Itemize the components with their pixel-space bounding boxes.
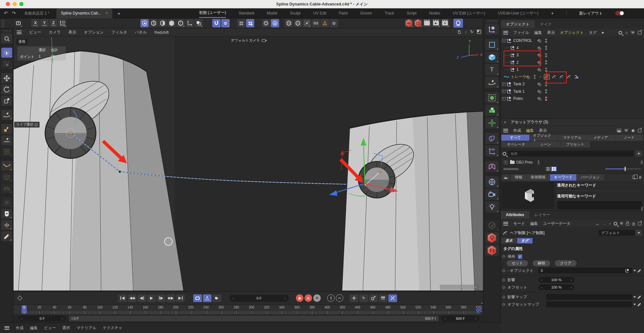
visibility-dots-off[interactable] [545,97,547,101]
sketch-tool[interactable] [1,124,12,134]
ab-filter-icon[interactable] [624,129,628,132]
cable-point[interactable] [119,171,121,173]
range-start-field[interactable]: ‹0 F› [18,316,66,321]
material-icon[interactable] [485,220,499,231]
material-menu-edit[interactable]: 編集 [30,325,38,331]
grid-lock-icon[interactable] [246,19,254,27]
hair-constraint-tag[interactable] [566,74,572,80]
light-object-icon[interactable] [485,201,499,213]
key-diamond-icon[interactable] [502,286,506,289]
expand-chevron[interactable]: › [507,269,508,272]
render-clapper-settings-icon[interactable]: ⚙ [441,19,449,27]
filter-eye-icon[interactable] [312,19,320,27]
goto-end-button[interactable] [176,294,185,302]
ab-menu-view[interactable]: 表示 [539,128,547,133]
subtab-basic[interactable]: 基本 [501,238,516,243]
key-diamond-icon[interactable] [502,278,506,281]
offset-stepper[interactable]: ‹100 %› [538,284,574,290]
eyedropper-icon[interactable] [637,302,641,307]
new-layout-button[interactable]: 新レイアウト [579,8,603,18]
expand-icon[interactable]: + [504,161,507,164]
material-menu-texture[interactable]: テクスチャ [103,325,122,331]
filter-tab-nodes[interactable]: ノード [615,135,643,141]
om-search-icon[interactable] [619,31,622,34]
keyframe-diamond-icon[interactable] [17,296,23,301]
current-frame-field[interactable]: ‹0 F› [229,295,289,302]
viewport-solo-icon[interactable] [285,19,293,27]
ring-gear-icon[interactable]: ⚙ [271,19,279,27]
key-diamond-icon[interactable] [502,303,506,306]
pen-spline-icon[interactable] [485,77,499,88]
autokey-frames-button[interactable]: A [203,294,212,302]
redshift-renderview-button[interactable] [453,19,463,28]
attr-filter-icon[interactable] [620,222,623,225]
keyframe-presets-button[interactable] [336,294,343,302]
autokey-button[interactable]: A [305,294,312,302]
visibility-dots[interactable] [545,53,547,57]
object-name[interactable]: 4 [516,46,519,50]
collapse-icon[interactable]: − [502,39,506,43]
object-field-chevron[interactable] [633,270,636,271]
scale-tool[interactable] [1,96,12,106]
tree-row-1[interactable]: 1 [501,66,644,73]
preset-chevron[interactable] [636,230,642,236]
render-view-redshift-icon[interactable]: RV [405,19,413,27]
object-name[interactable]: CONTROL [513,38,532,43]
preset-dropdown[interactable]: デフォルト [599,230,635,236]
close-tab-icon[interactable]: × [106,11,108,15]
move-tool[interactable] [1,73,12,83]
om-filter-icon[interactable] [631,31,635,34]
range-end-field[interactable]: ‹600 F› [441,316,480,321]
attr-search-icon[interactable] [614,222,617,225]
spline-tag[interactable] [573,74,579,80]
spline-arc-tool[interactable] [1,161,12,171]
viewport-menu-panel[interactable]: パネル [135,30,147,35]
release-button[interactable]: 解除 [533,260,550,266]
points-mode-button[interactable] [140,19,149,27]
rotate-tool[interactable] [1,84,12,94]
axis-lock-x-button[interactable]: X [31,19,40,27]
layout-toggle-switch[interactable] [615,11,624,15]
tab-attributes[interactable]: Attributes [501,211,529,219]
eyedropper-icon[interactable] [637,295,641,299]
search-options-chevron[interactable] [636,151,642,157]
symmetry-icon[interactable] [485,161,499,172]
mirror-tool[interactable] [1,220,12,230]
attr-popout-icon[interactable] [638,222,641,225]
forward-icon[interactable]: → [602,221,606,226]
object-name[interactable]: Tank 2 [513,82,525,86]
content-scrollbar[interactable] [641,160,643,164]
add-layout-button[interactable]: + [551,8,554,18]
key-rotation-button[interactable]: ↻ [359,294,368,302]
null-object-icon[interactable] [485,24,499,35]
model-mode-button[interactable] [176,19,185,27]
deformer-icon[interactable] [485,133,499,144]
visibility-dots[interactable] [545,39,547,43]
copy-icon[interactable] [633,176,636,179]
grid-icon[interactable] [237,19,245,27]
viewport-canvas[interactable]: Y X Z [14,37,483,290]
attr-menu-icon[interactable] [503,222,508,225]
workplane-icon[interactable] [194,19,203,27]
filter-tab-operators[interactable]: オペレータ [501,141,531,147]
tree-row-tracer[interactable]: トレーサ ✓ [501,73,644,81]
tree-row-control[interactable]: − CONTROL [501,37,644,44]
thumbnail-size-slider[interactable] [605,168,641,169]
layout-tab-model[interactable]: Model [267,8,278,18]
viewport-menu-options[interactable]: オプション [84,30,103,35]
frame-tool[interactable] [1,147,12,157]
ab-menu-icon[interactable] [503,129,508,132]
expand-icon[interactable]: + [502,82,506,86]
spline-primitive-icon[interactable] [485,39,499,50]
layout-tab-standard[interactable]: Standard [239,8,254,18]
maximize-view-icon[interactable] [477,30,481,34]
viewport-solo-a-icon[interactable]: A [294,19,302,27]
render-monitor-icon[interactable] [414,19,422,27]
visibility-dots[interactable] [545,68,547,72]
key-pla-button[interactable] [388,294,397,302]
layout-tab-uvedituser2[interactable]: UVEdit-User (ユーザー) [498,8,539,18]
object-name[interactable]: Poles [513,96,523,101]
om-popout-icon[interactable] [638,31,641,34]
info-tab-info[interactable]: 情報 [511,174,526,181]
settings-gear-icon[interactable]: ⚙ [330,19,338,27]
